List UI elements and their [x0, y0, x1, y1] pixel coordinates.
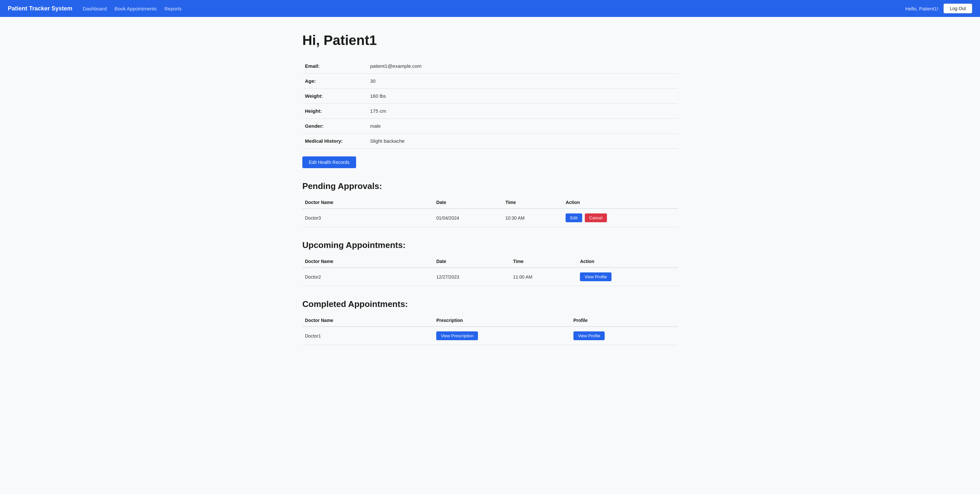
profile-row: Age: 30	[302, 74, 678, 89]
brand-title: Patient Tracker System	[8, 5, 72, 12]
profile-row: Gender: male	[302, 119, 678, 134]
cancel-appointment-button[interactable]: Cancel	[585, 214, 607, 222]
profile-field-label: Weight:	[302, 89, 368, 104]
profile-field-label: Height:	[302, 104, 368, 119]
logout-button[interactable]: Log Out	[943, 3, 972, 13]
page-title: Hi, Patient1	[302, 33, 678, 48]
completed-appointments-title: Completed Appointments:	[302, 299, 678, 309]
profile-field-label: Gender:	[302, 119, 368, 134]
pending-approvals-title: Pending Approvals:	[302, 181, 678, 191]
profile-field-label: Email:	[302, 59, 368, 74]
upcoming-appointment-row: Doctor2 12/27/2023 11:00 AM View Profile	[302, 268, 678, 286]
pending-col-header: Time	[503, 196, 563, 209]
pending-approvals-table: Doctor NameDateTimeAction Doctor3 01/04/…	[302, 196, 678, 227]
pending-col-header: Action	[563, 196, 678, 209]
pending-doctor-name: Doctor3	[302, 209, 434, 227]
pending-action-cell: Edit Cancel	[563, 209, 678, 227]
pending-col-header: Date	[434, 196, 503, 209]
upcoming-col-header: Date	[434, 255, 511, 268]
profile-field-label: Medical History:	[302, 134, 368, 148]
completed-prescription-cell: View Prescription	[434, 327, 571, 345]
completed-profile-cell: View Profile	[571, 327, 678, 345]
profile-row: Height: 175 cm	[302, 104, 678, 119]
nav-dashboard[interactable]: Dashboard	[83, 6, 107, 11]
profile-field-value: male	[368, 119, 678, 134]
upcoming-appointments-table: Doctor NameDateTimeAction Doctor2 12/27/…	[302, 255, 678, 286]
nav-reports[interactable]: Reports	[164, 6, 182, 11]
completed-col-header: Doctor Name	[302, 314, 434, 327]
pending-col-header: Doctor Name	[302, 196, 434, 209]
upcoming-col-header: Time	[511, 255, 578, 268]
view-profile-button-upcoming[interactable]: View Profile	[580, 272, 611, 281]
upcoming-col-header: Action	[578, 255, 678, 268]
nav-book-appointments[interactable]: Book Appointments	[115, 6, 157, 11]
edit-health-records-button[interactable]: Edit Health Records	[302, 156, 356, 168]
edit-appointment-button[interactable]: Edit	[566, 214, 582, 222]
profile-field-value: patient1@example.com	[368, 59, 678, 74]
profile-field-value: 160 lbs	[368, 89, 678, 104]
completed-doctor-name: Doctor1	[302, 327, 434, 345]
upcoming-time: 11:00 AM	[511, 268, 578, 286]
pending-date: 01/04/2024	[434, 209, 503, 227]
profile-field-value: 30	[368, 74, 678, 89]
completed-col-header: Prescription	[434, 314, 571, 327]
edit-btn-area: Edit Health Records	[302, 156, 678, 168]
upcoming-action-cell: View Profile	[578, 268, 678, 286]
profile-row: Weight: 160 lbs	[302, 89, 678, 104]
navbar-right: Hello, Patient1! Log Out	[905, 3, 972, 13]
view-prescription-button[interactable]: View Prescription	[436, 331, 478, 340]
profile-field-label: Age:	[302, 74, 368, 89]
profile-table: Email: patient1@example.com Age: 30 Weig…	[302, 59, 678, 148]
profile-row: Email: patient1@example.com	[302, 59, 678, 74]
profile-row: Medical History: Slight backache	[302, 134, 678, 148]
upcoming-date: 12/27/2023	[434, 268, 511, 286]
navbar-links: Dashboard Book Appointments Reports	[83, 6, 895, 11]
pending-time: 10:30 AM	[503, 209, 563, 227]
upcoming-appointments-title: Upcoming Appointments:	[302, 240, 678, 250]
profile-field-value: Slight backache	[368, 134, 678, 148]
upcoming-col-header: Doctor Name	[302, 255, 434, 268]
upcoming-doctor-name: Doctor2	[302, 268, 434, 286]
view-profile-button-completed[interactable]: View Profile	[573, 331, 605, 340]
pending-approval-row: Doctor3 01/04/2024 10:30 AM Edit Cancel	[302, 209, 678, 227]
completed-col-header: Profile	[571, 314, 678, 327]
main-content: Hi, Patient1 Email: patient1@example.com…	[294, 17, 686, 363]
navbar: Patient Tracker System Dashboard Book Ap…	[0, 0, 980, 17]
completed-appointments-table: Doctor NamePrescriptionProfile Doctor1 V…	[302, 314, 678, 345]
navbar-greeting: Hello, Patient1!	[905, 6, 938, 11]
profile-field-value: 175 cm	[368, 104, 678, 119]
completed-appointment-row: Doctor1 View Prescription View Profile	[302, 327, 678, 345]
